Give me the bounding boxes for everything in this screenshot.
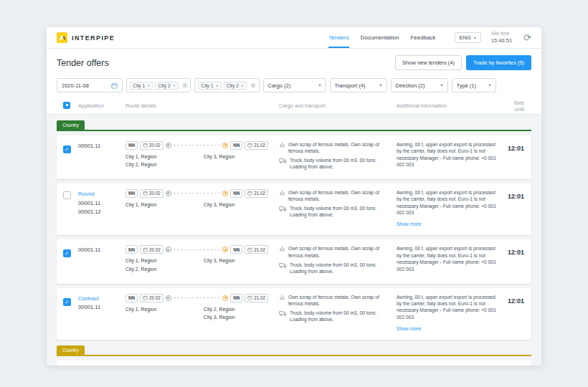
- date-filter[interactable]: 2020-11-08: [57, 78, 123, 92]
- origin-station-badge: NN: [125, 189, 138, 198]
- row-check-cell: ✓: [57, 245, 78, 258]
- tender-row: Round00001.1100001.12NN20.02NN21.02City …: [57, 183, 531, 236]
- destination-station-badge: NN: [230, 189, 242, 198]
- city-chip[interactable]: City 2×: [155, 82, 178, 90]
- refresh-icon[interactable]: ⟳: [523, 33, 531, 42]
- row-checkbox[interactable]: ✓: [63, 298, 71, 306]
- page-title: Tender offers: [57, 58, 109, 68]
- cargo-transport-cell: Own scrap of ferrous metals. Own scrap o…: [279, 189, 397, 221]
- row-tag-link[interactable]: Round: [78, 190, 125, 199]
- row-checkbox[interactable]: ✓: [63, 249, 71, 257]
- destination-city: City 3, Region: [204, 313, 270, 321]
- site-time-label: Site time: [491, 31, 512, 37]
- direction-filter[interactable]: Direction (2) ▾: [391, 78, 448, 92]
- destination-cities: City 3, Region: [204, 201, 270, 209]
- nav-documentation[interactable]: Documentation: [361, 27, 399, 48]
- route-cities: City 1, RegionCity 2, RegionCity 3, Regi…: [125, 305, 270, 321]
- city-chip[interactable]: City 1×: [198, 82, 221, 90]
- route-details-cell: NN20.02NN21.02City 1, RegionCity 2, Regi…: [125, 141, 279, 168]
- bids-until-time: 12:01: [506, 294, 531, 305]
- destination-city: City 2, Region: [204, 305, 270, 313]
- cargo-transport-cell: Own scrap of ferrous metals. Own scrap o…: [279, 294, 397, 325]
- cargo-transport-cell: Own scrap of ferrous metals. Own scrap o…: [279, 245, 397, 277]
- trade-by-favorites-button[interactable]: Trade by favorites (5): [466, 55, 531, 70]
- additional-info-cell: Awning, 00 t, upper export export is pro…: [397, 189, 506, 229]
- cargo-item: Truck, body volume from 00 m3, 00 tons. …: [279, 310, 389, 322]
- top-nav-bar: INTERPIPE Tenders Documentation Feedback…: [47, 27, 541, 49]
- show-more-link[interactable]: Show more: [397, 221, 421, 226]
- destination-pin-icon: [222, 295, 228, 301]
- application-cell: Round00001.1100001.12: [78, 189, 125, 216]
- select-all-checkbox[interactable]: [63, 102, 70, 109]
- origin-city: City 2, Region: [125, 161, 204, 168]
- group-band: Country: [57, 120, 531, 131]
- origin-pin-icon: [166, 295, 171, 301]
- application-cell: Contract00001.11: [78, 294, 125, 312]
- cargo-item: Own scrap of ferrous metals. Own scrap o…: [279, 189, 389, 202]
- city-filter-from[interactable]: City 1× City 2× ⊗: [126, 78, 191, 92]
- route-dashed-line: [174, 193, 220, 194]
- group-label: Country: [57, 345, 85, 355]
- route-line: NN20.02NN21.02: [125, 189, 270, 198]
- nav-feedback[interactable]: Feedback: [410, 27, 435, 48]
- show-more-link[interactable]: Show more: [397, 326, 421, 331]
- cargo-filter[interactable]: Cargo (2) ▾: [263, 78, 326, 92]
- city-chip[interactable]: City 2×: [224, 82, 247, 90]
- language-value: ENG: [460, 34, 471, 41]
- city-chip-label: City 1: [133, 83, 145, 88]
- clear-filter-icon[interactable]: ⊗: [182, 82, 188, 89]
- show-new-tenders-button[interactable]: Show new tenders (4): [395, 55, 462, 70]
- cargo-text: Own scrap of ferrous metals. Own scrap o…: [288, 141, 389, 154]
- row-checkbox[interactable]: [63, 191, 71, 199]
- route-line: NN20.02NN21.02: [125, 141, 270, 150]
- col-bids-until: Bids until: [506, 100, 531, 113]
- transport-filter[interactable]: Transport (4) ▾: [330, 78, 387, 92]
- row-tag-link[interactable]: Contract: [78, 295, 125, 303]
- col-cargo-transport: Cargo and transport: [279, 102, 397, 109]
- city-filter-to[interactable]: City 1× City 2× ⊗: [194, 78, 259, 92]
- tender-row: ✓00001.11NN20.02NN21.02City 1, RegionCit…: [57, 135, 531, 179]
- cargo-text: Own scrap of ferrous metals. Own scrap o…: [288, 245, 389, 258]
- type-filter[interactable]: Type (1) ▾: [452, 78, 496, 92]
- clear-filter-icon[interactable]: ⊗: [250, 82, 256, 89]
- origin-date-chip: 20.02: [140, 294, 163, 302]
- calendar-icon: [111, 82, 118, 89]
- additional-info-text: Awning, 00 t, upper export export is pro…: [397, 189, 506, 216]
- chevron-down-icon: ▾: [318, 82, 321, 88]
- origin-pin-icon: [166, 143, 171, 148]
- language-select[interactable]: ENG ▾: [455, 32, 481, 43]
- row-check-cell: [57, 189, 78, 202]
- app-window: INTERPIPE Tenders Documentation Feedback…: [47, 27, 541, 366]
- cargo-text: Truck, body volume from 00 m3, 00 tons. …: [290, 262, 389, 274]
- cargo-item: Truck, body volume from 00 m3, 00 tons. …: [279, 205, 389, 218]
- remove-chip-icon[interactable]: ×: [147, 83, 150, 88]
- col-additional-info: Additional information: [397, 102, 506, 109]
- remove-chip-icon[interactable]: ×: [173, 83, 176, 88]
- route-cities: City 1, RegionCity 3, Region: [125, 201, 270, 209]
- origin-city: City 1, Region: [125, 153, 204, 161]
- table-header: Application Route details Cargo and tran…: [47, 97, 541, 115]
- city-chip[interactable]: City 1×: [130, 82, 153, 90]
- row-checkbox[interactable]: ✓: [63, 145, 71, 153]
- scrap-hook-icon: [279, 142, 285, 148]
- origin-station-badge: NN: [125, 141, 138, 150]
- nav-tenders[interactable]: Tenders: [328, 27, 348, 48]
- origin-pin-icon: [166, 247, 171, 252]
- origin-station-badge: NN: [125, 245, 138, 254]
- origin-station-badge: NN: [125, 294, 138, 302]
- row-check-cell: ✓: [57, 294, 78, 307]
- bids-until-time: 12:01: [506, 189, 531, 200]
- destination-date-chip: 21.02: [245, 294, 268, 302]
- origin-pin-icon: [166, 191, 171, 196]
- cargo-text: Own scrap of ferrous metals. Own scrap o…: [288, 294, 389, 307]
- remove-chip-icon[interactable]: ×: [216, 83, 219, 88]
- additional-info-text: Awning, 00 t, upper export export is pro…: [397, 141, 506, 168]
- origin-date-chip: 20.02: [140, 141, 163, 150]
- row-check-cell: ✓: [57, 141, 78, 154]
- remove-chip-icon[interactable]: ×: [241, 83, 244, 88]
- route-details-cell: NN20.02NN21.02City 1, RegionCity 2, Regi…: [125, 294, 279, 321]
- application-id: 00001.11: [78, 142, 125, 150]
- interpipe-logo-icon: [57, 32, 67, 43]
- additional-info-cell: Awning, 00 t, upper export export is pro…: [397, 141, 506, 168]
- brand-name: INTERPIPE: [72, 34, 115, 42]
